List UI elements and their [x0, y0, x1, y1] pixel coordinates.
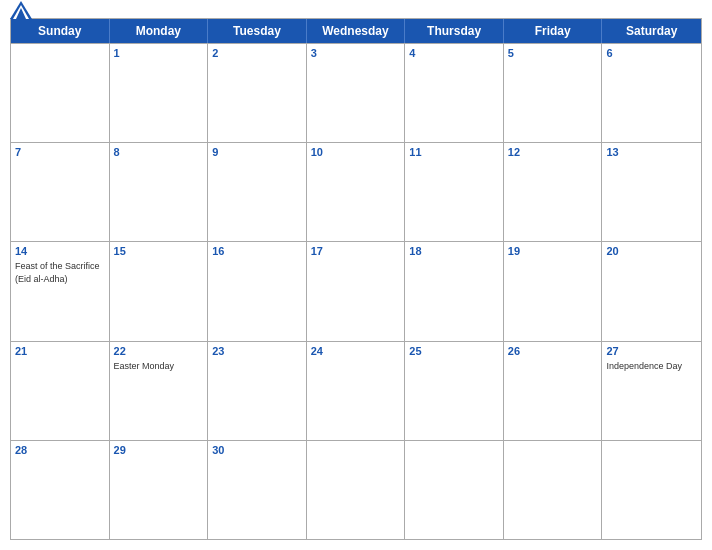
day-number: 1 [114, 47, 204, 59]
day-number: 2 [212, 47, 302, 59]
day-number: 25 [409, 345, 499, 357]
day-number: 27 [606, 345, 697, 357]
header-friday: Friday [504, 19, 603, 43]
cal-cell-w3-d1: 14Feast of the Sacrifice (Eid al-Adha) [11, 242, 110, 340]
calendar-body: 1234567891011121314Feast of the Sacrific… [11, 43, 701, 539]
day-number: 12 [508, 146, 598, 158]
holiday-label: Easter Monday [114, 361, 175, 371]
day-number: 18 [409, 245, 499, 257]
day-number: 21 [15, 345, 105, 357]
day-number: 8 [114, 146, 204, 158]
cal-cell-w3-d4: 17 [307, 242, 406, 340]
header-thursday: Thursday [405, 19, 504, 43]
day-number: 26 [508, 345, 598, 357]
day-number: 20 [606, 245, 697, 257]
day-number: 28 [15, 444, 105, 456]
cal-cell-w4-d2: 22Easter Monday [110, 342, 209, 440]
cal-cell-w3-d2: 15 [110, 242, 209, 340]
cal-cell-w3-d5: 18 [405, 242, 504, 340]
header-sunday: Sunday [11, 19, 110, 43]
calendar-page: Sunday Monday Tuesday Wednesday Thursday… [0, 0, 712, 550]
cal-cell-w4-d6: 26 [504, 342, 603, 440]
day-number: 23 [212, 345, 302, 357]
cal-cell-w2-d5: 11 [405, 143, 504, 241]
cal-cell-w3-d7: 20 [602, 242, 701, 340]
cal-cell-w2-d1: 7 [11, 143, 110, 241]
cal-cell-w5-d2: 29 [110, 441, 209, 539]
day-number: 5 [508, 47, 598, 59]
cal-cell-w1-d3: 2 [208, 44, 307, 142]
day-number: 16 [212, 245, 302, 257]
day-number: 30 [212, 444, 302, 456]
day-number: 14 [15, 245, 105, 257]
calendar-week-1: 123456 [11, 43, 701, 142]
day-number: 15 [114, 245, 204, 257]
day-number: 4 [409, 47, 499, 59]
header-tuesday: Tuesday [208, 19, 307, 43]
day-number: 17 [311, 245, 401, 257]
cal-cell-w5-d5 [405, 441, 504, 539]
day-number: 29 [114, 444, 204, 456]
calendar-week-5: 282930 [11, 440, 701, 539]
cal-cell-w4-d5: 25 [405, 342, 504, 440]
cal-cell-w5-d4 [307, 441, 406, 539]
calendar-week-4: 2122Easter Monday2324252627Independence … [11, 341, 701, 440]
cal-cell-w1-d7: 6 [602, 44, 701, 142]
calendar-grid: Sunday Monday Tuesday Wednesday Thursday… [10, 18, 702, 540]
header-monday: Monday [110, 19, 209, 43]
cal-cell-w4-d3: 23 [208, 342, 307, 440]
logo [10, 1, 35, 19]
calendar-week-3: 14Feast of the Sacrifice (Eid al-Adha)15… [11, 241, 701, 340]
calendar-week-2: 78910111213 [11, 142, 701, 241]
day-number: 13 [606, 146, 697, 158]
day-number: 19 [508, 245, 598, 257]
cal-cell-w2-d7: 13 [602, 143, 701, 241]
holiday-label: Independence Day [606, 361, 682, 371]
day-number: 9 [212, 146, 302, 158]
header-saturday: Saturday [602, 19, 701, 43]
cal-cell-w5-d6 [504, 441, 603, 539]
cal-cell-w1-d5: 4 [405, 44, 504, 142]
cal-cell-w2-d6: 12 [504, 143, 603, 241]
day-number: 10 [311, 146, 401, 158]
day-number: 22 [114, 345, 204, 357]
cal-cell-w2-d2: 8 [110, 143, 209, 241]
cal-cell-w4-d4: 24 [307, 342, 406, 440]
day-number: 3 [311, 47, 401, 59]
cal-cell-w4-d1: 21 [11, 342, 110, 440]
cal-cell-w3-d6: 19 [504, 242, 603, 340]
cal-cell-w5-d3: 30 [208, 441, 307, 539]
cal-cell-w4-d7: 27Independence Day [602, 342, 701, 440]
holiday-label: Feast of the Sacrifice (Eid al-Adha) [15, 261, 100, 284]
cal-cell-w2-d3: 9 [208, 143, 307, 241]
cal-cell-w1-d4: 3 [307, 44, 406, 142]
day-number: 6 [606, 47, 697, 59]
cal-cell-w3-d3: 16 [208, 242, 307, 340]
cal-cell-w1-d2: 1 [110, 44, 209, 142]
logo-icon [10, 1, 32, 19]
weekday-header-row: Sunday Monday Tuesday Wednesday Thursday… [11, 19, 701, 43]
cal-cell-w1-d1 [11, 44, 110, 142]
cal-cell-w5-d7 [602, 441, 701, 539]
header-wednesday: Wednesday [307, 19, 406, 43]
cal-cell-w1-d6: 5 [504, 44, 603, 142]
day-number: 11 [409, 146, 499, 158]
cal-cell-w2-d4: 10 [307, 143, 406, 241]
day-number: 24 [311, 345, 401, 357]
day-number: 7 [15, 146, 105, 158]
cal-cell-w5-d1: 28 [11, 441, 110, 539]
